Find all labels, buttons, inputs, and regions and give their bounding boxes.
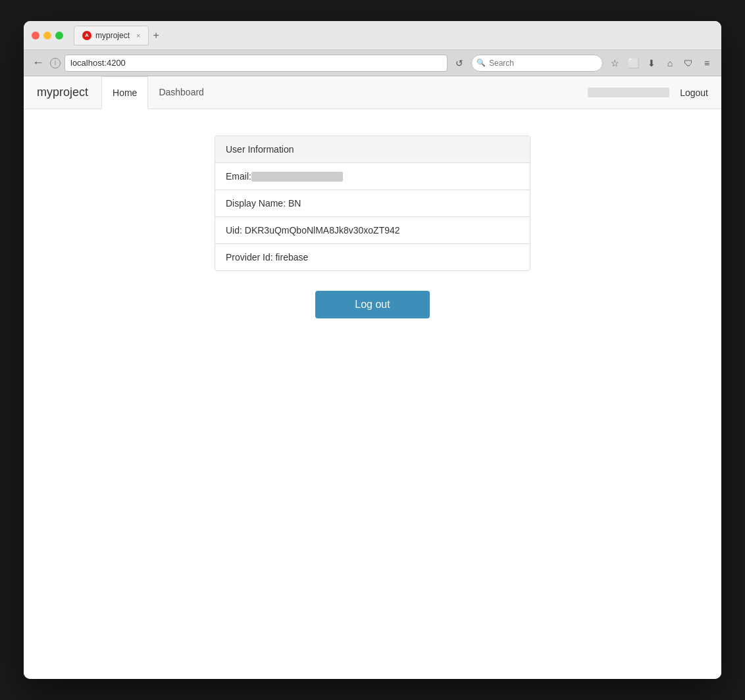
menu-button[interactable]: ≡ [699,55,715,71]
toolbar-icons: ☆ ⬜ ⬇ ⌂ 🛡 ≡ [607,55,715,71]
email-row: Email: bernard@target1.net [215,163,530,190]
tab-close-button[interactable]: × [136,32,140,39]
uid-label: Uid: DKR3uQmQboNlMA8Jk8v30xoZT942 [226,225,400,236]
shield-icon: 🛡 [684,58,693,68]
logout-action-button[interactable]: Log out [315,291,429,318]
provider-label: Provider Id: firebase [226,252,308,262]
reload-icon: ↺ [455,58,463,68]
email-value-blurred: bernard@target1.net [251,172,343,182]
angular-favicon: A [82,31,91,40]
star-icon: ☆ [611,58,619,68]
nav-right: bernard@target1.net Logout [588,88,708,98]
menu-icon: ≡ [704,58,709,68]
nav-link-dashboard[interactable]: Dashboard [148,76,215,109]
tab-title: myproject [95,31,130,40]
main-content: User Information Email: bernard@target1.… [24,109,721,679]
minimize-button[interactable] [43,32,51,39]
share-icon: ⬜ [628,58,639,68]
back-icon: ← [32,56,44,70]
close-button[interactable] [32,32,39,39]
address-bar: ← i ↺ 🔍 ☆ ⬜ ⬇ ⌂ 🛡 [24,50,721,76]
download-icon: ⬇ [648,58,655,68]
bookmark-button[interactable]: ☆ [607,55,623,71]
nav-link-home[interactable]: Home [101,76,148,109]
title-bar: A myproject × + [24,21,721,50]
tab-bar: A myproject × + [74,26,713,45]
url-input[interactable] [64,55,448,72]
provider-row: Provider Id: firebase [215,244,530,270]
nav-logout-button[interactable]: Logout [680,88,708,98]
nav-user-email: bernard@target1.net [588,88,669,97]
maximize-button[interactable] [55,32,63,39]
reload-button[interactable]: ↺ [451,55,467,71]
browser-window: A myproject × + ← i ↺ 🔍 ☆ ⬜ [24,21,721,679]
user-info-card: User Information Email: bernard@target1.… [215,136,530,271]
app-brand: myproject [37,86,88,99]
uid-row: Uid: DKR3uQmQboNlMA8Jk8v30xoZT942 [215,217,530,244]
card-title: User Information [215,136,530,163]
app-navbar: myproject Home Dashboard bernard@target1… [24,76,721,109]
nav-email-blurred: bernard@target1.net [588,88,669,97]
home-icon: ⌂ [667,58,673,68]
search-input[interactable] [471,55,603,72]
search-icon: 🔍 [476,59,486,67]
email-label: Email: [226,171,251,182]
share-button[interactable]: ⬜ [625,55,641,71]
home-button[interactable]: ⌂ [662,55,678,71]
shield-button[interactable]: 🛡 [681,55,696,71]
new-tab-button[interactable]: + [149,30,163,41]
active-tab[interactable]: A myproject × [74,26,149,45]
display-name-row: Display Name: BN [215,190,530,217]
info-icon: i [55,59,56,66]
info-button[interactable]: i [50,58,61,68]
download-button[interactable]: ⬇ [644,55,659,71]
back-button[interactable]: ← [30,55,46,71]
search-container: 🔍 [471,55,603,72]
traffic-lights [32,32,63,39]
nav-links: Home Dashboard [101,76,215,109]
display-name-label: Display Name: BN [226,198,301,209]
